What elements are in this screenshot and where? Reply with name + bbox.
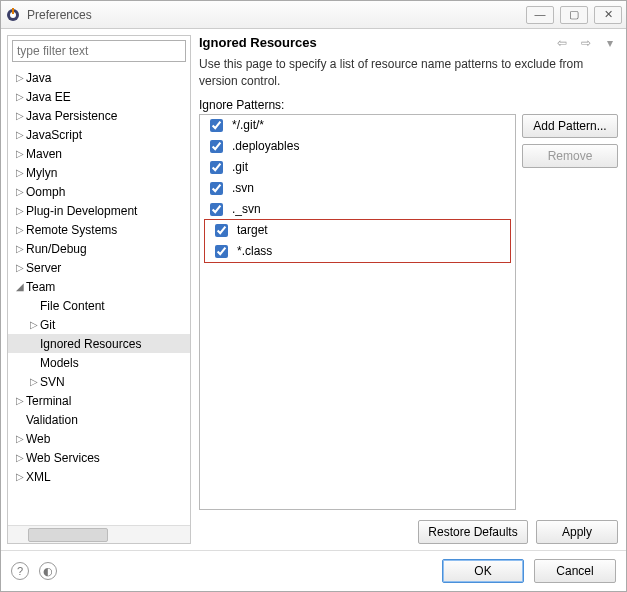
twisty-collapsed-icon[interactable]: ▷ — [14, 129, 26, 140]
pattern-text: .svn — [232, 181, 254, 195]
add-pattern-button[interactable]: Add Pattern... — [522, 114, 618, 138]
tree-item-label: Remote Systems — [26, 223, 117, 237]
filter-input[interactable] — [12, 40, 186, 62]
pattern-row[interactable]: *.class — [205, 241, 510, 262]
tree-item[interactable]: ▷Java Persistence — [8, 106, 190, 125]
progress-icon[interactable]: ◐ — [39, 562, 57, 580]
tree-item[interactable]: ▷JavaScript — [8, 125, 190, 144]
pattern-checkbox[interactable] — [215, 224, 228, 237]
tree-item[interactable]: ▷Java — [8, 68, 190, 87]
tree-item-label: Plug-in Development — [26, 204, 137, 218]
tree-item-label: Team — [26, 280, 55, 294]
pattern-row[interactable]: .git — [200, 157, 515, 178]
tree-item[interactable]: ▷SVN — [8, 372, 190, 391]
twisty-collapsed-icon[interactable]: ▷ — [28, 376, 40, 387]
tree-item-label: Validation — [26, 413, 78, 427]
tree-item[interactable]: ▷Web Services — [8, 448, 190, 467]
bottom-bar: ? ◐ OK Cancel — [1, 550, 626, 591]
twisty-collapsed-icon[interactable]: ▷ — [14, 433, 26, 444]
maximize-button[interactable]: ▢ — [560, 6, 588, 24]
tree-item-label: JavaScript — [26, 128, 82, 142]
tree-item-label: Java — [26, 71, 51, 85]
cancel-button[interactable]: Cancel — [534, 559, 616, 583]
tree-item-label: Terminal — [26, 394, 71, 408]
tree-item-label: Server — [26, 261, 61, 275]
tree-item[interactable]: ▷Remote Systems — [8, 220, 190, 239]
patterns-listbox[interactable]: */.git/*.deployables.git.svn._svntarget*… — [199, 114, 516, 510]
twisty-collapsed-icon[interactable]: ▷ — [14, 148, 26, 159]
pattern-checkbox[interactable] — [210, 119, 223, 132]
split-pane: ▷Java▷Java EE▷Java Persistence▷JavaScrip… — [7, 35, 620, 544]
help-icon[interactable]: ? — [11, 562, 29, 580]
tree-item[interactable]: Validation — [8, 410, 190, 429]
tree-item[interactable]: ▷Git — [8, 315, 190, 334]
menu-dropdown-icon[interactable]: ▾ — [602, 36, 618, 50]
tree-item-label: Java Persistence — [26, 109, 117, 123]
twisty-collapsed-icon[interactable]: ▷ — [28, 319, 40, 330]
back-icon[interactable]: ⇦ — [554, 36, 570, 50]
tree-horizontal-scrollbar[interactable] — [8, 525, 190, 543]
twisty-collapsed-icon[interactable]: ▷ — [14, 224, 26, 235]
pattern-checkbox[interactable] — [210, 182, 223, 195]
pattern-checkbox[interactable] — [210, 161, 223, 174]
twisty-collapsed-icon[interactable]: ▷ — [14, 395, 26, 406]
page-footer: Restore Defaults Apply — [197, 510, 620, 544]
tree-item-label: Run/Debug — [26, 242, 87, 256]
minimize-button[interactable]: — — [526, 6, 554, 24]
twisty-collapsed-icon[interactable]: ▷ — [14, 452, 26, 463]
restore-defaults-button[interactable]: Restore Defaults — [418, 520, 528, 544]
tree-item[interactable]: Ignored Resources — [8, 334, 190, 353]
tree-item-label: Java EE — [26, 90, 71, 104]
pattern-buttons: Add Pattern... Remove — [522, 114, 618, 510]
twisty-collapsed-icon[interactable]: ▷ — [14, 72, 26, 83]
twisty-collapsed-icon[interactable]: ▷ — [14, 167, 26, 178]
tree-item-label: File Content — [40, 299, 105, 313]
tree-item[interactable]: ▷Web — [8, 429, 190, 448]
highlighted-patterns: target*.class — [204, 219, 511, 263]
pattern-row[interactable]: target — [205, 220, 510, 241]
left-panel: ▷Java▷Java EE▷Java Persistence▷JavaScrip… — [7, 35, 191, 544]
pattern-row[interactable]: */.git/* — [200, 115, 515, 136]
pattern-row[interactable]: .deployables — [200, 136, 515, 157]
tree-item[interactable]: File Content — [8, 296, 190, 315]
apply-button[interactable]: Apply — [536, 520, 618, 544]
scrollbar-thumb[interactable] — [28, 528, 108, 542]
page-title: Ignored Resources — [199, 35, 546, 50]
app-icon — [5, 7, 21, 23]
pattern-text: *.class — [237, 244, 272, 258]
pattern-text: .deployables — [232, 139, 299, 153]
tree-item[interactable]: ◢Team — [8, 277, 190, 296]
ok-button[interactable]: OK — [442, 559, 524, 583]
tree-item[interactable]: ▷Mylyn — [8, 163, 190, 182]
right-panel: Ignored Resources ⇦ ⇨ ▾ Use this page to… — [197, 35, 620, 544]
twisty-expanded-icon[interactable]: ◢ — [14, 281, 26, 292]
pattern-row[interactable]: .svn — [200, 178, 515, 199]
tree-item[interactable]: ▷Maven — [8, 144, 190, 163]
tree-item[interactable]: ▷Oomph — [8, 182, 190, 201]
pattern-checkbox[interactable] — [210, 203, 223, 216]
tree-item[interactable]: ▷Run/Debug — [8, 239, 190, 258]
tree-item[interactable]: Models — [8, 353, 190, 372]
pattern-checkbox[interactable] — [215, 245, 228, 258]
forward-icon[interactable]: ⇨ — [578, 36, 594, 50]
tree-item[interactable]: ▷Server — [8, 258, 190, 277]
twisty-collapsed-icon[interactable]: ▷ — [14, 205, 26, 216]
tree-item[interactable]: ▷Plug-in Development — [8, 201, 190, 220]
preference-tree[interactable]: ▷Java▷Java EE▷Java Persistence▷JavaScrip… — [8, 66, 190, 525]
close-button[interactable]: ✕ — [594, 6, 622, 24]
twisty-collapsed-icon[interactable]: ▷ — [14, 471, 26, 482]
tree-item[interactable]: ▷Java EE — [8, 87, 190, 106]
patterns-area: */.git/*.deployables.git.svn._svntarget*… — [197, 114, 620, 510]
pattern-text: .git — [232, 160, 248, 174]
pattern-row[interactable]: ._svn — [200, 199, 515, 220]
pattern-checkbox[interactable] — [210, 140, 223, 153]
tree-item[interactable]: ▷Terminal — [8, 391, 190, 410]
filter-container — [12, 40, 186, 62]
twisty-collapsed-icon[interactable]: ▷ — [14, 91, 26, 102]
twisty-collapsed-icon[interactable]: ▷ — [14, 110, 26, 121]
twisty-collapsed-icon[interactable]: ▷ — [14, 243, 26, 254]
tree-item[interactable]: ▷XML — [8, 467, 190, 486]
twisty-collapsed-icon[interactable]: ▷ — [14, 186, 26, 197]
remove-pattern-button[interactable]: Remove — [522, 144, 618, 168]
twisty-collapsed-icon[interactable]: ▷ — [14, 262, 26, 273]
